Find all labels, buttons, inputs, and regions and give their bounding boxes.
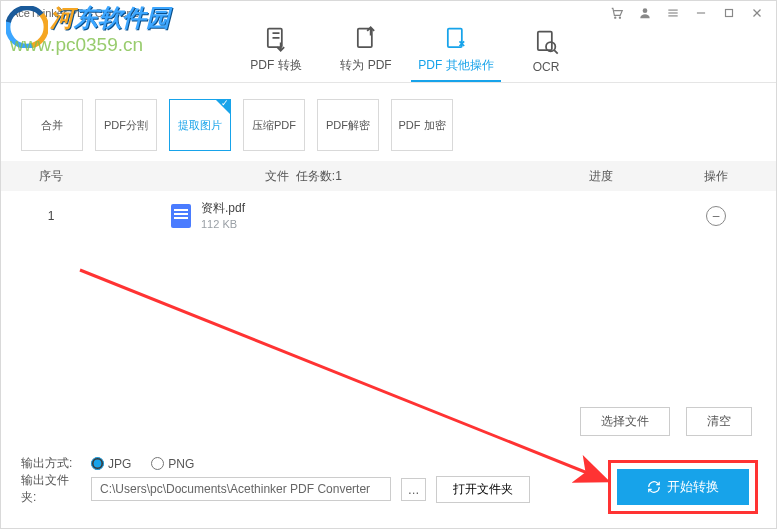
tab-ocr[interactable]: OCR <box>501 28 591 82</box>
remove-row-button[interactable]: – <box>706 206 726 226</box>
user-icon[interactable] <box>636 4 654 22</box>
table-header: 序号 文件 任务数:1 进度 操作 <box>1 161 776 191</box>
titlebar: AceThinker PDF Converter <box>1 1 776 25</box>
subtab-merge[interactable]: 合并 <box>21 99 83 151</box>
output-path-label: 输出文件夹: <box>21 472 81 506</box>
menu-icon[interactable] <box>664 4 682 22</box>
radio-jpg[interactable]: JPG <box>91 457 131 471</box>
output-format-label: 输出方式: <box>21 455 81 472</box>
radio-png[interactable]: PNG <box>151 457 194 471</box>
close-icon[interactable] <box>748 4 766 22</box>
col-file: 文件 任务数:1 <box>81 168 526 185</box>
clear-button[interactable]: 清空 <box>686 407 752 436</box>
col-index: 序号 <box>21 168 81 185</box>
file-icon <box>171 204 191 228</box>
svg-rect-13 <box>538 32 552 51</box>
cart-icon[interactable] <box>608 4 626 22</box>
maximize-icon[interactable] <box>720 4 738 22</box>
start-convert-button[interactable]: 开始转换 <box>617 469 749 505</box>
start-highlight: 开始转换 <box>608 460 758 514</box>
svg-rect-7 <box>726 10 733 17</box>
tab-pdf-convert[interactable]: PDF 转换 <box>231 25 321 82</box>
table-row: 1 资料.pdf 112 KB – <box>1 191 776 241</box>
refresh-icon <box>647 480 661 494</box>
select-file-button[interactable]: 选择文件 <box>580 407 670 436</box>
svg-point-1 <box>619 17 620 18</box>
subtab-extract-image[interactable]: 提取图片 <box>169 99 231 151</box>
subtab-encrypt[interactable]: PDF 加密 <box>391 99 453 151</box>
window-title: AceThinker PDF Converter <box>11 7 143 19</box>
tab-to-pdf[interactable]: 转为 PDF <box>321 25 411 82</box>
svg-rect-12 <box>448 29 462 48</box>
sub-tabs: 合并 PDF分割 提取图片 压缩PDF PDF解密 PDF 加密 <box>1 83 776 161</box>
row-index: 1 <box>21 209 81 223</box>
file-name: 资料.pdf <box>201 201 245 217</box>
minimize-icon[interactable] <box>692 4 710 22</box>
col-operation: 操作 <box>676 168 756 185</box>
svg-rect-11 <box>358 29 372 48</box>
subtab-split[interactable]: PDF分割 <box>95 99 157 151</box>
output-path-field[interactable]: C:\Users\pc\Documents\Acethinker PDF Con… <box>91 477 391 501</box>
col-progress: 进度 <box>526 168 676 185</box>
svg-point-2 <box>643 8 648 13</box>
open-folder-button[interactable]: 打开文件夹 <box>436 476 530 503</box>
tab-pdf-other[interactable]: PDF 其他操作 <box>411 25 501 82</box>
file-size: 112 KB <box>201 217 245 231</box>
browse-button[interactable]: ... <box>401 478 426 501</box>
svg-point-0 <box>615 17 616 18</box>
subtab-compress[interactable]: 压缩PDF <box>243 99 305 151</box>
subtab-decrypt[interactable]: PDF解密 <box>317 99 379 151</box>
main-toolbar: PDF 转换 转为 PDF PDF 其他操作 OCR <box>1 25 776 83</box>
